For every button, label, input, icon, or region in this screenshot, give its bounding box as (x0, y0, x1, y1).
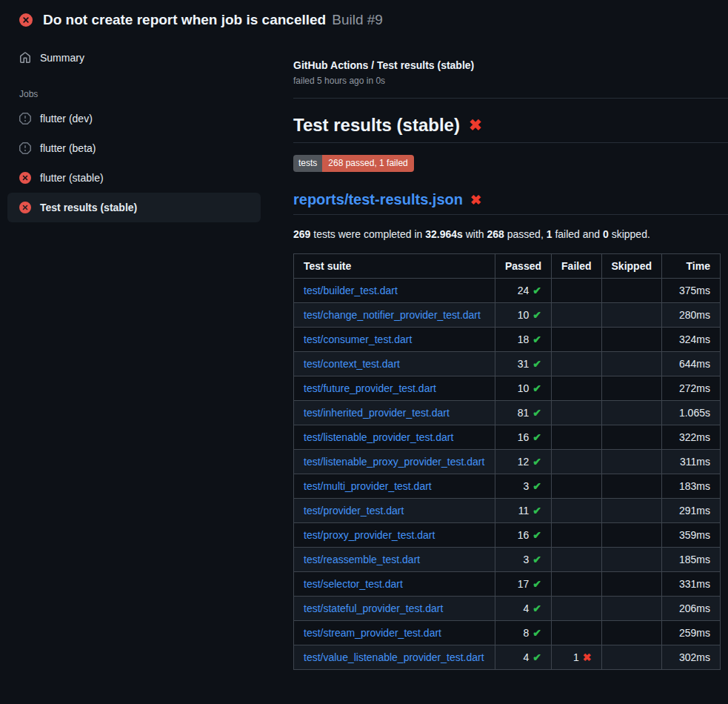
test-suite-link[interactable]: test/inherited_provider_test.dart (304, 407, 450, 419)
test-suite-cell: test/consumer_test.dart (294, 328, 495, 352)
test-suite-cell: test/change_notifier_provider_test.dart (294, 303, 495, 328)
failed-status-icon (19, 202, 31, 213)
test-suite-link[interactable]: test/reassemble_test.dart (304, 554, 420, 565)
sidebar: Summary Jobs flutter (dev) flutter (beta… (7, 43, 261, 222)
table-row: test/multi_provider_test.dart3✔183ms (294, 474, 721, 499)
table-header-row: Test suite Passed Failed Skipped Time (294, 254, 721, 279)
test-suite-cell: test/provider_test.dart (294, 499, 495, 523)
skipped-cell (601, 352, 661, 376)
test-suite-link[interactable]: test/value_listenable_provider_test.dart (304, 651, 484, 663)
table-row: test/reassemble_test.dart3✔185ms (294, 548, 721, 572)
test-suite-link[interactable]: test/change_notifier_provider_test.dart (304, 309, 481, 321)
run-title-line: Do not create report when job is cancell… (43, 12, 383, 28)
test-suite-link[interactable]: test/provider_test.dart (304, 505, 404, 517)
skipped-cell (601, 450, 661, 474)
check-icon: ✔ (532, 431, 541, 443)
badge-value: 268 passed, 1 failed (322, 155, 413, 172)
test-suite-link[interactable]: test/multi_provider_test.dart (304, 480, 432, 492)
failed-cell (552, 474, 601, 499)
failed-cell (552, 376, 601, 401)
test-suite-cell: test/listenable_proxy_provider_test.dart (294, 450, 495, 474)
passed-cell-value: 16 (518, 529, 530, 541)
test-suite-link[interactable]: test/stateful_provider_test.dart (304, 602, 443, 614)
sidebar-item-flutter-dev[interactable]: flutter (dev) (7, 104, 261, 133)
sidebar-item-flutter-stable[interactable]: flutter (stable) (7, 163, 261, 193)
passed-cell: 4✔ (495, 645, 552, 670)
passed-cell-value: 4 (524, 651, 530, 663)
check-icon: ✔ (532, 309, 541, 321)
skipped-cell (601, 548, 661, 572)
test-suite-link[interactable]: test/selector_test.dart (304, 578, 403, 590)
summary-text: failed and (552, 228, 604, 240)
header-divider (293, 98, 728, 99)
time-cell: 291ms (661, 499, 720, 523)
test-suite-link[interactable]: test/listenable_proxy_provider_test.dart (304, 456, 484, 468)
table-row: test/future_provider_test.dart10✔272ms (294, 376, 721, 401)
check-icon: ✔ (532, 554, 541, 565)
passed-cell-value: 11 (518, 505, 530, 517)
test-suite-cell: test/reassemble_test.dart (294, 548, 495, 572)
failed-status-icon (19, 13, 33, 27)
check-icon: ✔ (532, 382, 541, 394)
test-suite-link[interactable]: test/proxy_provider_test.dart (304, 529, 435, 541)
sidebar-item-flutter-beta[interactable]: flutter (beta) (7, 133, 261, 163)
main-content: GitHub Actions / Test results (stable) f… (293, 39, 728, 670)
test-suite-link[interactable]: test/future_provider_test.dart (304, 382, 436, 394)
skipped-cell (601, 523, 661, 548)
run-title: Do not create report when job is cancell… (43, 12, 326, 27)
table-row: test/inherited_provider_test.dart81✔1.06… (294, 401, 721, 425)
time-cell: 183ms (661, 474, 720, 499)
passed-cell: 18✔ (495, 328, 552, 352)
sidebar-item-label: Summary (40, 52, 84, 64)
summary-passed: 268 (487, 228, 504, 240)
passed-cell: 11✔ (495, 499, 552, 523)
summary-total: 269 (293, 228, 310, 240)
passed-cell-value: 17 (518, 578, 530, 590)
table-row: test/provider_test.dart11✔291ms (294, 499, 721, 523)
report-file-link[interactable]: reports/test-results.json (293, 191, 463, 208)
sidebar-item-test-results-stable[interactable]: Test results (stable) (7, 193, 261, 222)
failed-cell (552, 328, 601, 352)
time-cell: 375ms (661, 279, 720, 303)
tests-badge: tests 268 passed, 1 failed (293, 155, 414, 172)
test-suite-link[interactable]: test/stream_provider_test.dart (304, 627, 441, 639)
table-row: test/builder_test.dart24✔375ms (294, 279, 721, 303)
test-suite-link[interactable]: test/builder_test.dart (304, 285, 398, 296)
passed-cell: 10✔ (495, 303, 552, 328)
time-cell: 272ms (661, 376, 720, 401)
passed-cell-value: 4 (524, 602, 530, 614)
failed-cell (552, 523, 601, 548)
check-icon: ✔ (532, 480, 541, 492)
badge-label: tests (293, 155, 322, 172)
run-build-number: Build #9 (332, 12, 383, 27)
test-suite-cell: test/proxy_provider_test.dart (294, 523, 495, 548)
skipped-cell (601, 376, 661, 401)
test-suite-link[interactable]: test/consumer_test.dart (304, 333, 412, 345)
run-meta: failed 5 hours ago in 0s (293, 76, 728, 86)
summary-text: tests were completed in (310, 228, 425, 240)
test-suite-cell: test/future_provider_test.dart (294, 376, 495, 401)
failed-cell (552, 352, 601, 376)
passed-cell: 12✔ (495, 450, 552, 474)
skipped-cell (601, 401, 661, 425)
table-row: test/listenable_proxy_provider_test.dart… (294, 450, 721, 474)
passed-cell-value: 18 (518, 333, 530, 345)
sidebar-item-summary[interactable]: Summary (7, 43, 261, 73)
summary-failed: 1 (547, 228, 552, 240)
check-icon: ✔ (532, 333, 541, 345)
time-cell: 644ms (661, 352, 720, 376)
passed-cell: 8✔ (495, 621, 552, 645)
test-suite-link[interactable]: test/listenable_provider_test.dart (304, 431, 453, 443)
test-suite-link[interactable]: test/context_test.dart (304, 358, 400, 370)
skipped-cell (601, 621, 661, 645)
breadcrumb: GitHub Actions / Test results (stable) (293, 59, 728, 71)
time-cell: 302ms (661, 645, 720, 670)
test-suite-cell: test/multi_provider_test.dart (294, 474, 495, 499)
col-failed: Failed (552, 254, 601, 279)
cross-mark-icon: ✖ (469, 116, 482, 134)
failed-cell-value: 1 (573, 651, 579, 663)
test-suite-cell: test/value_listenable_provider_test.dart (294, 645, 495, 670)
summary-line: 269 tests were completed in 32.964s with… (293, 227, 728, 242)
skipped-cell (601, 303, 661, 328)
summary-text: passed, (504, 228, 547, 240)
